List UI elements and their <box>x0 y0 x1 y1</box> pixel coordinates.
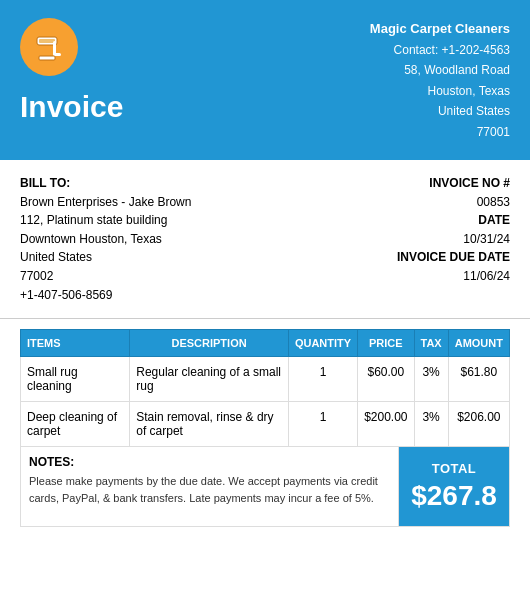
invoice-header: Invoice Magic Carpet Cleaners Contact: +… <box>0 0 530 160</box>
bill-to-info: BILL TO: Brown Enterprises - Jake Brown … <box>20 174 397 304</box>
svg-rect-4 <box>39 56 55 60</box>
invoice-title: Invoice <box>20 90 123 124</box>
cell-item: Deep cleaning of carpet <box>21 402 130 447</box>
col-quantity: QUANTITY <box>288 330 357 357</box>
date-label: DATE <box>397 211 510 230</box>
client-name: Brown Enterprises - Jake Brown <box>20 193 397 212</box>
invoice-no-label: INVOICE NO # <box>397 174 510 193</box>
cell-amount: $206.00 <box>448 402 509 447</box>
invoice-meta: INVOICE NO # 00853 DATE 10/31/24 INVOICE… <box>397 174 510 304</box>
company-address2: Houston, Texas <box>370 81 510 101</box>
client-address2: Downtown Houston, Texas <box>20 230 397 249</box>
total-amount: $267.8 <box>411 480 497 512</box>
header-left: Invoice <box>20 18 370 124</box>
company-zip: 77001 <box>370 122 510 142</box>
company-address1: 58, Woodland Road <box>370 60 510 80</box>
client-phone: +1-407-506-8569 <box>20 286 397 305</box>
cell-quantity: 1 <box>288 357 357 402</box>
company-address3: United States <box>370 101 510 121</box>
client-address3: United States <box>20 248 397 267</box>
col-items: ITEMS <box>21 330 130 357</box>
total-label: TOTAL <box>432 461 477 476</box>
col-tax: TAX <box>414 330 448 357</box>
billing-section: BILL TO: Brown Enterprises - Jake Brown … <box>0 160 530 319</box>
table-row: Deep cleaning of carpet Stain removal, r… <box>21 402 510 447</box>
notes-text: Please make payments by the due date. We… <box>29 473 390 506</box>
due-date-label: INVOICE DUE DATE <box>397 248 510 267</box>
company-contact: Contact: +1-202-4563 <box>370 40 510 60</box>
client-zip: 77002 <box>20 267 397 286</box>
svg-rect-1 <box>39 39 55 43</box>
invoice-number: 00853 <box>397 193 510 212</box>
table-header-row: ITEMS DESCRIPTION QUANTITY PRICE TAX AMO… <box>21 330 510 357</box>
cell-description: Regular cleaning of a small rug <box>130 357 289 402</box>
items-table-section: ITEMS DESCRIPTION QUANTITY PRICE TAX AMO… <box>0 319 530 447</box>
cell-tax: 3% <box>414 357 448 402</box>
cell-item: Small rug cleaning <box>21 357 130 402</box>
total-area: TOTAL $267.8 <box>399 447 509 526</box>
company-logo <box>20 18 78 76</box>
cell-tax: 3% <box>414 402 448 447</box>
bill-to-label: BILL TO: <box>20 174 397 193</box>
date-value: 10/31/24 <box>397 230 510 249</box>
cell-price: $200.00 <box>358 402 414 447</box>
col-price: PRICE <box>358 330 414 357</box>
items-table: ITEMS DESCRIPTION QUANTITY PRICE TAX AMO… <box>20 329 510 447</box>
cell-description: Stain removal, rinse & dry of carpet <box>130 402 289 447</box>
table-row: Small rug cleaning Regular cleaning of a… <box>21 357 510 402</box>
due-date-value: 11/06/24 <box>397 267 510 286</box>
client-address1: 112, Platinum state building <box>20 211 397 230</box>
col-amount: AMOUNT <box>448 330 509 357</box>
cell-amount: $61.80 <box>448 357 509 402</box>
col-description: DESCRIPTION <box>130 330 289 357</box>
svg-rect-2 <box>53 41 56 55</box>
notes-area: NOTES: Please make payments by the due d… <box>21 447 399 526</box>
cell-quantity: 1 <box>288 402 357 447</box>
cell-price: $60.00 <box>358 357 414 402</box>
bottom-section: NOTES: Please make payments by the due d… <box>20 447 510 527</box>
notes-label: NOTES: <box>29 455 390 469</box>
header-right: Magic Carpet Cleaners Contact: +1-202-45… <box>370 18 510 142</box>
company-name: Magic Carpet Cleaners <box>370 18 510 40</box>
